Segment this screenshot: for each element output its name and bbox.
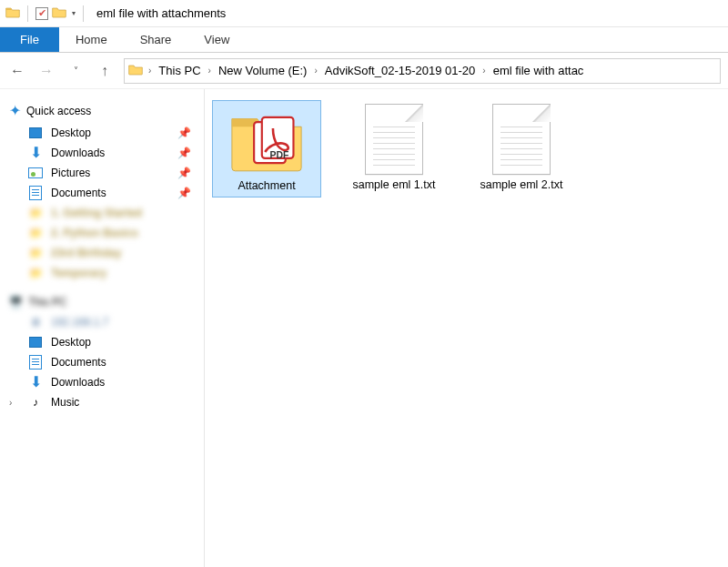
- titlebar-separator-2: [83, 5, 84, 22]
- sidebar-item-music-pc[interactable]: › ♪ Music: [4, 392, 200, 412]
- quick-access-label: Quick access: [26, 105, 91, 117]
- desktop-icon: [27, 337, 44, 348]
- sidebar-item-label: Desktop: [51, 127, 91, 139]
- breadcrumb-chevron-icon[interactable]: ›: [479, 66, 489, 76]
- sidebar-item-label: Documents: [51, 356, 106, 369]
- this-pc-label: This PC: [28, 296, 67, 309]
- navigation-pane: ✦ Quick access Desktop 📌 ⬇ Downloads 📌 P…: [0, 89, 205, 567]
- file-item-label: sample eml 2.txt: [480, 178, 562, 192]
- quick-access-header[interactable]: ✦ Quick access: [4, 98, 200, 123]
- breadcrumb-volume[interactable]: New Volume (E:): [217, 64, 309, 77]
- sidebar-item-blurred[interactable]: 📁 1. Getting Started: [4, 203, 200, 223]
- folder-icon: 📁: [27, 267, 44, 279]
- quick-access-group: ✦ Quick access Desktop 📌 ⬇ Downloads 📌 P…: [4, 98, 200, 283]
- sidebar-item-documents-pc[interactable]: Documents: [4, 352, 200, 372]
- pin-icon: 📌: [177, 187, 191, 199]
- pin-icon: 📌: [177, 167, 191, 179]
- desktop-icon: [27, 127, 44, 138]
- downloads-icon: ⬇: [27, 375, 44, 390]
- sidebar-item-label: Downloads: [51, 147, 105, 159]
- tab-view[interactable]: View: [187, 27, 246, 52]
- nav-row: ← → ˅ ↑ › This PC › New Volume (E:) › Ad…: [0, 53, 728, 89]
- file-item-label: sample eml 1.txt: [352, 178, 435, 192]
- address-folder-icon: [128, 63, 143, 78]
- sidebar-item-downloads-pc[interactable]: ⬇ Downloads: [4, 372, 200, 392]
- title-bar: ✔ ▾ eml file with attachments: [0, 0, 728, 27]
- network-icon: 🖥: [27, 316, 44, 329]
- tab-home[interactable]: Home: [59, 27, 124, 52]
- explorer-body: ✦ Quick access Desktop 📌 ⬇ Downloads 📌 P…: [0, 89, 728, 567]
- breadcrumb-chevron-icon[interactable]: ›: [310, 66, 320, 76]
- sidebar-item-label: Pictures: [51, 167, 90, 179]
- sidebar-item-label: 192.168.1.7: [51, 316, 108, 329]
- pictures-icon: [27, 167, 44, 178]
- star-icon: ✦: [9, 102, 21, 119]
- pin-icon: 📌: [177, 127, 191, 139]
- forward-button[interactable]: →: [36, 61, 56, 81]
- titlebar-separator: [27, 5, 28, 22]
- back-button[interactable]: ←: [7, 61, 27, 81]
- qat-dropdown-icon[interactable]: ▾: [72, 9, 76, 17]
- text-file-icon: [481, 104, 561, 175]
- pin-icon: 📌: [177, 147, 191, 159]
- file-item-sample-2[interactable]: sample eml 2.txt: [467, 100, 576, 196]
- music-icon: ♪: [27, 396, 44, 409]
- chevron-right-icon: ›: [9, 398, 12, 408]
- sidebar-item-label: 23rd Birthday: [51, 247, 121, 259]
- folder-icon: 📁: [27, 227, 44, 239]
- this-pc-header[interactable]: 🖥️ This PC: [4, 292, 200, 312]
- sidebar-item-downloads[interactable]: ⬇ Downloads 📌: [4, 143, 200, 163]
- sidebar-item-documents[interactable]: Documents 📌: [4, 183, 200, 203]
- sidebar-item-blurred[interactable]: 🖥 192.168.1.7: [4, 312, 200, 332]
- file-item-attachment-folder[interactable]: PDF Attachment: [212, 100, 321, 197]
- breadcrumb-adviksoft[interactable]: AdvikSoft_02-15-2019 01-20: [323, 64, 478, 77]
- folder-pdf-icon: PDF: [227, 105, 307, 176]
- sidebar-item-label: Music: [51, 396, 79, 409]
- computer-icon: 🖥️: [9, 296, 23, 309]
- breadcrumb-this-pc[interactable]: This PC: [157, 64, 202, 77]
- sidebar-item-blurred[interactable]: 📁 Temporary: [4, 263, 200, 283]
- sidebar-item-pictures[interactable]: Pictures 📌: [4, 163, 200, 183]
- recent-dropdown[interactable]: ˅: [66, 61, 86, 81]
- file-item-sample-1[interactable]: sample eml 1.txt: [339, 100, 449, 196]
- address-bar[interactable]: › This PC › New Volume (E:) › AdvikSoft_…: [124, 58, 721, 84]
- app-folder-icon: [5, 5, 20, 21]
- sidebar-item-label: Temporary: [51, 267, 106, 279]
- folder-icon: 📁: [27, 247, 44, 259]
- sidebar-item-blurred[interactable]: 📁 23rd Birthday: [4, 243, 200, 263]
- downloads-icon: ⬇: [27, 146, 44, 160]
- breadcrumb-chevron-icon[interactable]: ›: [145, 66, 155, 76]
- text-file-icon: [354, 104, 434, 175]
- sidebar-item-label: Documents: [51, 187, 106, 199]
- documents-icon: [27, 186, 44, 200]
- tab-file[interactable]: File: [0, 27, 59, 52]
- file-list[interactable]: PDF Attachment sample eml 1.txt sample e…: [205, 89, 728, 567]
- up-button[interactable]: ↑: [95, 61, 115, 81]
- sidebar-item-desktop-pc[interactable]: Desktop: [4, 332, 200, 352]
- tab-share[interactable]: Share: [124, 27, 188, 52]
- qat-properties-icon[interactable]: ✔: [35, 7, 48, 20]
- sidebar-item-label: 2. Python Basics: [51, 227, 138, 239]
- sidebar-item-label: Downloads: [51, 376, 105, 389]
- sidebar-item-desktop[interactable]: Desktop 📌: [4, 123, 200, 143]
- sidebar-item-label: 1. Getting Started: [51, 207, 142, 219]
- breadcrumb-chevron-icon[interactable]: ›: [205, 66, 215, 76]
- file-explorer-window: ✔ ▾ eml file with attachments File Home …: [0, 0, 728, 567]
- folder-icon: 📁: [27, 207, 44, 219]
- window-title: eml file with attachments: [96, 6, 226, 20]
- qat-new-folder-icon[interactable]: [52, 5, 66, 21]
- svg-text:PDF: PDF: [269, 150, 288, 160]
- file-item-label: Attachment: [238, 179, 295, 193]
- this-pc-group: 🖥️ This PC 🖥 192.168.1.7 Desktop Documen…: [4, 292, 200, 412]
- sidebar-item-blurred[interactable]: 📁 2. Python Basics: [4, 223, 200, 243]
- documents-icon: [27, 355, 44, 370]
- ribbon: File Home Share View: [0, 27, 728, 53]
- breadcrumb-current[interactable]: eml file with attac: [491, 64, 586, 77]
- sidebar-item-label: Desktop: [51, 336, 91, 349]
